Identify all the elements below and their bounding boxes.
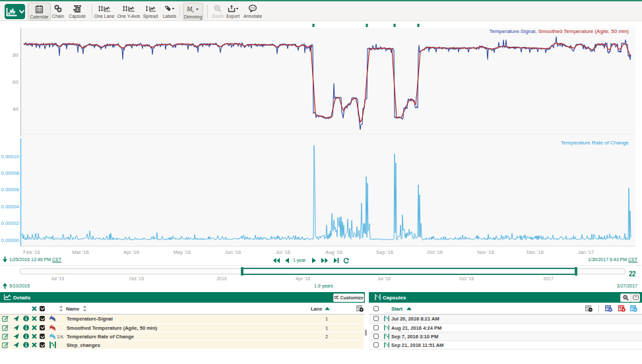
svg-text:80: 80 (13, 52, 18, 58)
svg-text:Apr ’16: Apr ’16 (123, 249, 139, 255)
svg-text:Aug ’16: Aug ’16 (325, 249, 342, 255)
svg-text:Jan ’17: Jan ’17 (578, 249, 594, 255)
svg-text:n: n (192, 9, 194, 13)
svg-text:0.00000: 0.00000 (1, 237, 19, 243)
svg-text:Jul ’16: Jul ’16 (276, 249, 290, 255)
svg-text:Sep ’16: Sep ’16 (376, 249, 393, 255)
svg-text:Jun ’16: Jun ’16 (225, 249, 241, 255)
svg-text:Temperature Rate of Change: Temperature Rate of Change (561, 140, 629, 146)
svg-text:Feb ’16: Feb ’16 (23, 249, 40, 255)
svg-text:0.00006: 0.00006 (1, 187, 19, 193)
svg-text:Oct ’16: Oct ’16 (427, 249, 443, 255)
svg-text:Mar ’16: Mar ’16 (72, 249, 88, 255)
svg-text:0.00010: 0.00010 (1, 154, 19, 160)
svg-text:Dec ’16: Dec ’16 (527, 249, 544, 255)
svg-text:0.00004: 0.00004 (1, 204, 19, 210)
svg-text:Temperature-Signal, Smoothed T: Temperature-Signal, Smoothed Temperature… (489, 28, 629, 34)
svg-text:60: 60 (13, 79, 18, 85)
svg-text:0.00008: 0.00008 (1, 170, 19, 176)
svg-text:May ’16: May ’16 (174, 249, 191, 255)
svg-text:Nov ’16: Nov ’16 (477, 249, 494, 255)
svg-text:0.00002: 0.00002 (1, 220, 19, 226)
svg-text:40: 40 (13, 106, 18, 112)
